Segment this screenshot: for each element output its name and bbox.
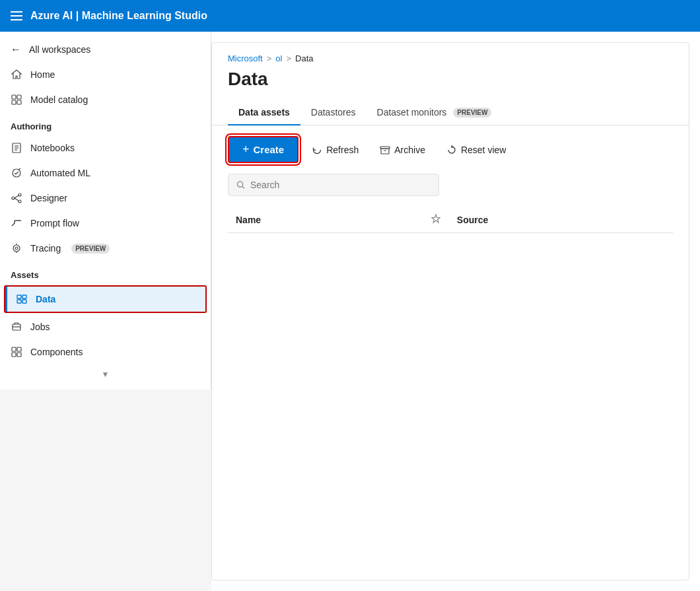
sidebar-item-designer[interactable]: Designer <box>0 186 211 211</box>
tab-dataset-monitors-label: Dataset monitors <box>377 107 447 118</box>
content-card: Microsoft > ol > Data Data Data assets D… <box>211 42 689 580</box>
sidebar-item-notebooks[interactable]: Notebooks <box>0 135 211 160</box>
authoring-section-label: Authoring <box>0 112 211 135</box>
model-catalog-label: Model catalog <box>30 94 88 105</box>
sidebar-scroll[interactable]: ← All workspaces Home <box>0 32 211 390</box>
column-name: Name <box>228 207 423 233</box>
model-catalog-icon <box>11 94 22 106</box>
breadcrumb-sep-2: > <box>286 53 291 63</box>
notebooks-label: Notebooks <box>30 143 75 153</box>
sidebar-item-model-catalog[interactable]: Model catalog <box>0 87 211 112</box>
svg-rect-29 <box>12 353 16 357</box>
tracing-icon <box>11 242 22 254</box>
svg-rect-21 <box>22 295 26 298</box>
tab-datastores-label: Datastores <box>311 107 356 118</box>
sidebar-item-tracing[interactable]: Tracing PREVIEW <box>0 236 211 261</box>
star-icon <box>431 213 441 224</box>
active-indicator <box>5 287 7 312</box>
search-container <box>212 174 689 207</box>
archive-button[interactable]: Archive <box>372 139 433 160</box>
components-label: Components <box>30 347 83 357</box>
table-container: Name Source <box>212 207 689 580</box>
data-icon <box>16 293 28 305</box>
refresh-icon <box>312 145 322 155</box>
tab-dataset-monitors[interactable]: Dataset monitors PREVIEW <box>367 100 503 125</box>
search-box[interactable] <box>228 174 439 196</box>
create-button[interactable]: + Create <box>228 136 298 163</box>
automated-ml-icon <box>11 167 22 179</box>
notebooks-icon <box>11 142 22 154</box>
svg-point-15 <box>13 245 20 252</box>
jobs-icon <box>11 321 22 333</box>
page-title: Data <box>212 63 689 100</box>
home-label: Home <box>30 69 55 80</box>
breadcrumb-microsoft[interactable]: Microsoft <box>228 53 263 63</box>
reset-view-label: Reset view <box>461 145 506 155</box>
toolbar: + Create Refresh <box>212 125 689 174</box>
automated-ml-label: Automated ML <box>30 168 90 178</box>
scroll-down-indicator: ▼ <box>102 370 110 379</box>
archive-icon <box>380 145 390 155</box>
sidebar-item-data[interactable]: Data <box>5 287 205 312</box>
sidebar-item-automated-ml[interactable]: Automated ML <box>0 160 211 186</box>
prompt-flow-icon <box>11 217 22 229</box>
svg-line-12 <box>15 195 18 198</box>
sidebar-item-jobs[interactable]: Jobs <box>0 314 211 339</box>
svg-point-11 <box>18 200 21 203</box>
components-icon <box>11 346 22 358</box>
svg-rect-30 <box>17 353 21 357</box>
tab-data-assets-label: Data assets <box>238 107 290 118</box>
main-layout: ← All workspaces Home <box>0 32 700 591</box>
reset-view-button[interactable]: Reset view <box>438 139 514 160</box>
sidebar-item-components[interactable]: Components <box>0 339 211 365</box>
back-arrow-icon: ← <box>11 44 21 55</box>
designer-icon <box>11 192 22 204</box>
svg-point-16 <box>15 247 18 250</box>
svg-point-9 <box>12 197 15 199</box>
search-input[interactable] <box>250 180 431 190</box>
jobs-label: Jobs <box>30 322 50 332</box>
svg-rect-2 <box>12 100 16 104</box>
tracing-label: Tracing <box>30 243 61 254</box>
column-source: Source <box>449 207 673 233</box>
tabs-bar: Data assets Datastores Dataset monitors … <box>212 100 689 125</box>
app-title: Azure AI | Machine Learning Studio <box>30 10 207 22</box>
reset-view-icon <box>446 145 457 155</box>
svg-line-13 <box>15 198 18 201</box>
breadcrumb-data: Data <box>295 53 313 63</box>
create-icon: + <box>242 143 250 156</box>
svg-rect-27 <box>12 347 16 351</box>
svg-rect-28 <box>17 347 21 351</box>
home-icon <box>11 69 22 81</box>
tracing-preview-badge: PREVIEW <box>71 244 110 254</box>
svg-rect-1 <box>17 95 21 99</box>
breadcrumb-ol[interactable]: ol <box>275 53 282 63</box>
hamburger-menu[interactable] <box>11 11 22 20</box>
data-label: Data <box>36 294 55 304</box>
create-label: Create <box>254 144 285 155</box>
sidebar: ← All workspaces Home <box>0 32 211 390</box>
svg-rect-22 <box>22 300 26 303</box>
content-area: Microsoft > ol > Data Data Data assets D… <box>211 32 700 591</box>
svg-point-33 <box>237 182 242 187</box>
sidebar-item-back[interactable]: ← All workspaces <box>0 37 211 62</box>
svg-rect-3 <box>17 100 21 104</box>
prompt-flow-label: Prompt flow <box>30 218 79 228</box>
svg-point-10 <box>18 193 21 196</box>
refresh-button[interactable]: Refresh <box>304 139 367 160</box>
svg-marker-35 <box>432 215 440 223</box>
breadcrumb: Microsoft > ol > Data <box>212 43 689 63</box>
sidebar-wrapper: ← All workspaces Home <box>0 32 211 591</box>
topbar: Azure AI | Machine Learning Studio <box>0 0 700 32</box>
designer-label: Designer <box>30 193 67 203</box>
refresh-label: Refresh <box>326 145 359 155</box>
assets-section-label: Assets <box>0 261 211 284</box>
sidebar-item-prompt-flow[interactable]: Prompt flow <box>0 211 211 236</box>
sidebar-item-home[interactable]: Home <box>0 62 211 87</box>
tab-data-assets[interactable]: Data assets <box>228 100 300 125</box>
tab-datastores[interactable]: Datastores <box>300 100 367 125</box>
search-icon <box>236 180 245 190</box>
sidebar-back-label: All workspaces <box>29 44 90 55</box>
archive-label: Archive <box>394 145 425 155</box>
breadcrumb-sep-1: > <box>267 53 272 63</box>
